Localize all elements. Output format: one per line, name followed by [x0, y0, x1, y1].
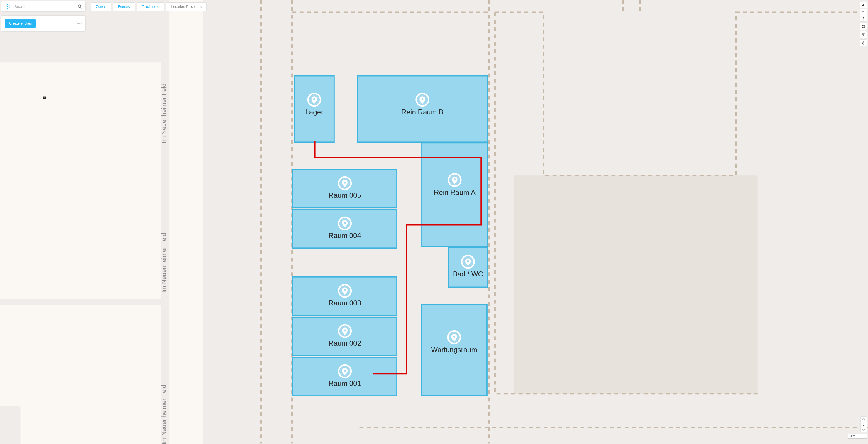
svg-point-42: [344, 182, 346, 184]
svg-point-1: [6, 5, 6, 6]
svg-point-10: [8, 8, 9, 8]
zone-label-badwc: Bad / WC: [453, 270, 483, 278]
floor-down-button[interactable]: [860, 427, 867, 432]
search-icon[interactable]: [77, 4, 83, 9]
svg-point-45: [344, 222, 346, 224]
sidebar: Create entities: [0, 0, 87, 444]
svg-point-6: [7, 8, 8, 8]
zone-reinA[interactable]: Rein Raum A: [422, 143, 488, 246]
floor-stepper: 0: [860, 416, 867, 432]
svg-point-51: [467, 260, 469, 262]
zone-label-reinB: Rein Raum B: [401, 108, 443, 116]
svg-rect-33: [514, 176, 758, 393]
zoom-in-button[interactable]: +: [860, 2, 867, 8]
search-panel: [1, 1, 86, 12]
street-label-1: Im Neuenheimer Feld: [160, 83, 167, 143]
tab-trackables[interactable]: Trackables: [137, 2, 164, 11]
map-canvas[interactable]: Im Neuenheimer Feld Im Neuenheimer Feld …: [0, 0, 868, 444]
svg-point-57: [344, 330, 346, 332]
zone-label-lager: Lager: [305, 108, 323, 116]
svg-line-12: [81, 7, 82, 8]
svg-rect-29: [169, 0, 203, 444]
floor-current: 0: [863, 421, 865, 427]
zoom-out-button[interactable]: −: [860, 8, 867, 15]
notification-icon[interactable]: [860, 23, 867, 30]
zone-raum004[interactable]: Raum 004: [293, 210, 397, 248]
svg-point-4: [9, 7, 9, 8]
zone-reinB[interactable]: Rein Raum B: [357, 76, 488, 142]
svg-point-63: [453, 336, 455, 338]
zone-label-reinA: Rein Raum A: [434, 188, 476, 196]
scale-bar: 3 m: [848, 434, 867, 439]
zone-badwc[interactable]: Bad / WC: [448, 247, 488, 287]
create-entities-button[interactable]: Create entities: [5, 19, 36, 28]
zone-raum005[interactable]: Raum 005: [293, 169, 397, 208]
svg-point-23: [863, 42, 864, 43]
zone-label-raum002: Raum 002: [329, 339, 361, 347]
svg-point-54: [344, 289, 346, 291]
zone-label-raum003: Raum 003: [329, 299, 361, 307]
zone-label-raum004: Raum 004: [329, 232, 361, 239]
reset-north-button[interactable]: [860, 15, 867, 22]
svg-point-13: [79, 23, 80, 24]
svg-point-5: [7, 4, 8, 5]
svg-point-8: [8, 5, 9, 6]
svg-point-36: [313, 98, 315, 100]
zone-raum003[interactable]: Raum 003: [293, 277, 397, 316]
gear-icon[interactable]: [76, 21, 82, 26]
svg-point-3: [6, 7, 6, 8]
svg-point-16: [864, 25, 865, 26]
tools-panel: Create entities: [1, 15, 86, 32]
zone-raum001[interactable]: Raum 001: [293, 357, 397, 396]
zone-label-raum001: Raum 001: [329, 379, 361, 387]
svg-point-48: [454, 178, 456, 180]
svg-point-17: [862, 27, 863, 28]
svg-point-18: [864, 27, 865, 28]
street-label-3: Im Neuenheimer Feld: [160, 385, 167, 444]
zone-raum002[interactable]: Raum 002: [293, 317, 397, 356]
svg-point-9: [6, 8, 7, 8]
svg-point-11: [78, 5, 81, 7]
mail-icon: [42, 95, 46, 101]
tab-zones[interactable]: Zones: [91, 2, 111, 11]
locate-icon[interactable]: [860, 40, 867, 46]
zone-lager[interactable]: Lager: [294, 76, 334, 142]
tab-location-providers[interactable]: Location Providers: [166, 2, 207, 11]
svg-point-39: [421, 98, 423, 100]
svg-point-7: [6, 5, 7, 6]
map-controls: + −: [860, 2, 867, 47]
floor-up-button[interactable]: [860, 417, 867, 421]
street-label-2: Im Neuenheimer Feld: [160, 233, 167, 293]
svg-point-15: [862, 25, 863, 26]
svg-point-60: [344, 370, 346, 372]
zone-label-raum005: Raum 005: [329, 191, 361, 199]
filter-icon[interactable]: [860, 31, 867, 38]
svg-point-0: [7, 6, 8, 7]
top-tabs: Zones Fences Trackables Location Provide…: [91, 2, 207, 11]
tab-fences[interactable]: Fences: [113, 2, 135, 11]
svg-point-2: [9, 5, 9, 6]
search-input[interactable]: [14, 4, 77, 9]
zone-wartung[interactable]: Wartungsraum: [421, 305, 487, 395]
zone-label-wartung: Wartungsraum: [431, 346, 477, 354]
app-logo: [4, 3, 11, 10]
